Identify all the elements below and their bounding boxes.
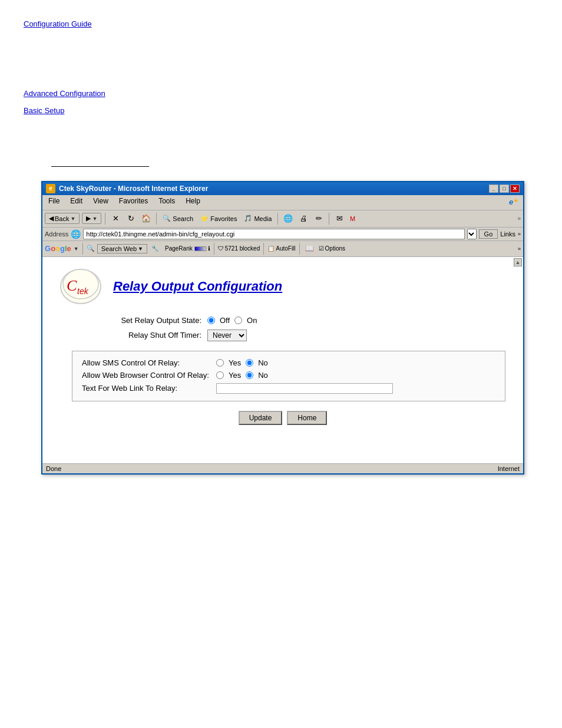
links-chevron-icon: »: [518, 231, 521, 237]
back-button[interactable]: ◀ Back ▼: [45, 213, 80, 224]
link-advanced-config[interactable]: Advanced Configuration: [24, 89, 105, 98]
relay-off-radio[interactable]: [207, 317, 215, 324]
svg-text:M: M: [350, 215, 355, 222]
internet-zone: Internet: [498, 465, 520, 472]
link-text-row: Text For Web Link To Relay:: [82, 383, 495, 394]
link-basic-setup[interactable]: Basic Setup: [24, 106, 64, 115]
link-config-guide[interactable]: Configuration Guide: [24, 19, 92, 28]
address-bar: Address 🌐 Go Links »: [42, 228, 523, 241]
google-dropdown-icon[interactable]: ▼: [74, 246, 79, 252]
address-label: Address: [45, 230, 68, 238]
google-bar: Google ▼ 🔍 Search Web ▼ 🔧 PageRank ℹ 🛡 5…: [42, 241, 523, 257]
update-button[interactable]: Update: [239, 411, 283, 425]
sms-yes-label: Yes: [229, 358, 241, 367]
back-arrow-icon: ◀: [49, 215, 54, 222]
media-button[interactable]: 🎵 Media: [242, 213, 274, 223]
blocked-icon: 🛡: [218, 245, 224, 252]
status-text: Done: [46, 465, 61, 472]
link-text-input[interactable]: [216, 383, 393, 394]
mail-btn[interactable]: ✉: [333, 212, 346, 225]
relay-state-radio-group: Off On: [207, 316, 257, 325]
web-no-radio[interactable]: [246, 371, 253, 379]
menu-tools[interactable]: Tools: [156, 196, 177, 209]
google-sep-3: [263, 243, 264, 255]
favorites-star-icon: ⭐: [200, 215, 209, 222]
forward-button[interactable]: ▶ ▼: [82, 213, 101, 224]
msn-btn[interactable]: M: [348, 212, 361, 225]
ie-logo-icon: e ★: [508, 196, 520, 209]
timer-select[interactable]: Never 1 min 5 min 10 min 30 min 1 hour: [207, 330, 247, 341]
toolbar-sep-1: [105, 213, 105, 225]
relay-state-section: Set Relay Output State: Off On Relay Shu…: [107, 316, 505, 341]
browser-content: ▲ C tek Relay Output Configuration Set R…: [42, 257, 523, 463]
options-label: Options: [325, 245, 345, 252]
google-web-icon: 🔍: [87, 245, 95, 252]
google-search-web-button[interactable]: Search Web ▼: [97, 244, 147, 253]
toolbar-right: »: [517, 215, 521, 222]
book-icon: 📖: [303, 242, 316, 255]
timer-label: Relay Shut Off Timer:: [107, 331, 201, 340]
refresh-button[interactable]: ↻: [124, 212, 137, 225]
sms-radio-group: Yes No: [216, 358, 268, 367]
google-sep-2: [214, 243, 214, 255]
sms-label: Allow SMS Control Of Relay:: [82, 358, 211, 367]
forward-dropdown-icon[interactable]: ▼: [92, 216, 97, 222]
stop-button[interactable]: ✕: [109, 212, 122, 225]
menu-bar: File Edit View Favorites Tools Help e ★: [42, 195, 523, 210]
minimize-button[interactable]: _: [489, 185, 498, 193]
menu-favorites[interactable]: Favorites: [117, 196, 150, 209]
home-button[interactable]: Home: [287, 411, 327, 425]
relay-page-title: Relay Output Configuration: [113, 279, 282, 294]
title-bar-left: e Ctek SkyRouter - Microsoft Internet Ex…: [46, 184, 208, 193]
forward-arrow-icon: ▶: [86, 215, 91, 222]
menu-view[interactable]: View: [91, 196, 111, 209]
web-row: Allow Web Browser Control Of Relay: Yes …: [82, 371, 495, 380]
options-check-icon: ☑: [319, 245, 324, 252]
ctek-logo: C tek: [60, 269, 101, 304]
links-button[interactable]: Links: [500, 230, 515, 238]
sms-row: Allow SMS Control Of Relay: Yes No: [82, 358, 495, 367]
address-dropdown[interactable]: [467, 229, 477, 239]
sms-no-radio[interactable]: [246, 359, 253, 367]
toolbar-sep-2: [156, 213, 157, 225]
svg-text:C: C: [67, 277, 77, 294]
relay-state-row: Set Relay Output State: Off On: [107, 316, 505, 325]
info-icon: ℹ: [208, 245, 210, 252]
link-text-label: Text For Web Link To Relay:: [82, 384, 211, 393]
page-icon: 🌐: [71, 229, 81, 239]
google-extra-icon[interactable]: 🔧: [150, 243, 160, 254]
restore-button[interactable]: □: [500, 185, 509, 193]
favorites-button[interactable]: ⭐ Favorites: [198, 213, 239, 223]
address-input[interactable]: [83, 229, 464, 239]
print-icon-btn[interactable]: 🖨: [297, 212, 310, 225]
blocked-label: 5721 blocked: [225, 245, 260, 252]
menu-file[interactable]: File: [46, 196, 62, 209]
go-button[interactable]: Go: [479, 229, 498, 239]
page-text-area: Configuration Guide Advanced Configurati…: [24, 12, 538, 169]
menu-edit[interactable]: Edit: [68, 196, 85, 209]
svg-text:e: e: [509, 197, 513, 206]
google-logo: Google: [45, 244, 71, 253]
menu-help[interactable]: Help: [183, 196, 203, 209]
search-toolbar-button[interactable]: 🔍 Search: [160, 213, 196, 223]
scroll-up-icon[interactable]: ▲: [514, 258, 522, 266]
ctek-logo-text: C tek: [62, 268, 100, 304]
pagerank-area: PageRank ℹ: [165, 245, 210, 252]
browser-window: e Ctek SkyRouter - Microsoft Internet Ex…: [41, 181, 524, 475]
back-dropdown-icon[interactable]: ▼: [70, 216, 75, 222]
search-icon: 🔍: [163, 215, 171, 222]
title-bar-controls[interactable]: _ □ ✕: [489, 185, 520, 193]
relay-off-label: Off: [220, 316, 230, 325]
network-icon-btn: 🌐: [282, 212, 295, 225]
options-area[interactable]: ☑ Options: [319, 245, 345, 252]
set-relay-label: Set Relay Output State:: [107, 316, 201, 325]
sms-yes-radio[interactable]: [216, 359, 224, 367]
search-web-dropdown-icon[interactable]: ▼: [138, 246, 143, 252]
home-icon-btn[interactable]: 🏠: [140, 212, 153, 225]
edit-page-btn[interactable]: ✏: [312, 212, 325, 225]
relay-on-radio[interactable]: [234, 317, 242, 324]
web-yes-radio[interactable]: [216, 371, 224, 379]
autofill-area: 📋 AutoFill: [267, 245, 295, 252]
autofill-icon: 📋: [267, 245, 275, 252]
close-button[interactable]: ✕: [510, 185, 520, 193]
